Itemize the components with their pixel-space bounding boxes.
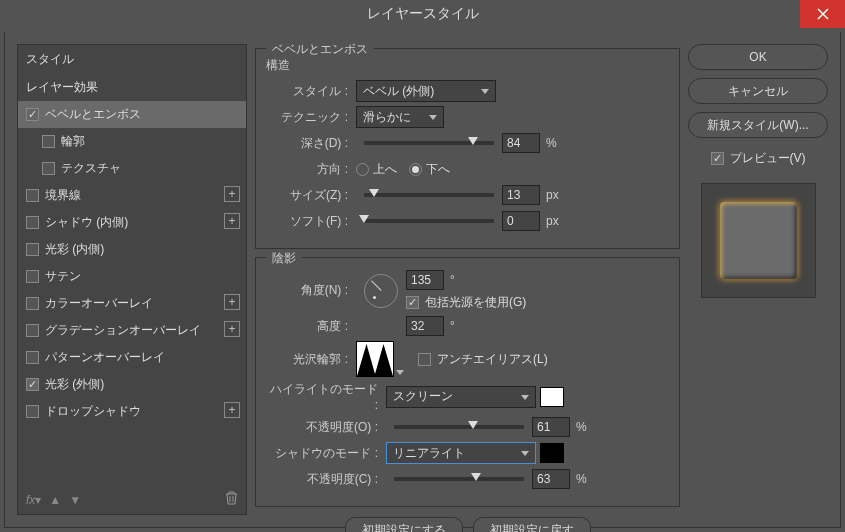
sidebar-item-12[interactable]: ドロップシャドウ+ [18, 398, 246, 425]
fx-menu[interactable]: fx▾ [26, 493, 41, 507]
sidebar-item-label: パターンオーバーレイ [45, 349, 165, 366]
sidebar-item-label: 境界線 [45, 187, 81, 204]
direction-down-radio[interactable] [409, 163, 422, 176]
sidebar-item-checkbox[interactable] [26, 270, 39, 283]
titlebar: レイヤースタイル [0, 0, 845, 28]
close-button[interactable] [800, 0, 845, 28]
direction-up-radio[interactable] [356, 163, 369, 176]
highlight-opacity-slider[interactable] [394, 425, 524, 429]
size-slider[interactable] [364, 193, 494, 197]
highlight-color-swatch[interactable] [540, 387, 564, 407]
trash-icon[interactable] [225, 491, 238, 508]
soften-slider[interactable] [364, 219, 494, 223]
unit-percent: % [546, 136, 557, 150]
add-effect-icon[interactable]: + [224, 186, 240, 202]
gloss-contour-picker[interactable] [356, 341, 394, 377]
antialias-label: アンチエイリアス(L) [437, 351, 548, 368]
unit-percent: % [576, 472, 587, 486]
gloss-contour-label: 光沢輪郭 : [266, 351, 356, 368]
sidebar-footer: fx▾ ▲ ▼ [18, 485, 246, 514]
sidebar-item-checkbox[interactable] [26, 405, 39, 418]
ok-button[interactable]: OK [688, 44, 828, 70]
close-icon [817, 8, 829, 20]
make-default-button[interactable]: 初期設定にする [345, 517, 463, 532]
sidebar-item-10[interactable]: パターンオーバーレイ [18, 344, 246, 371]
sidebar-item-8[interactable]: カラーオーバーレイ+ [18, 290, 246, 317]
direction-label: 方向 : [266, 161, 356, 178]
technique-select[interactable]: 滑らかに [356, 106, 444, 128]
sidebar-item-checkbox[interactable] [26, 297, 39, 310]
shadow-color-swatch[interactable] [540, 443, 564, 463]
sidebar-item-checkbox[interactable] [26, 378, 39, 391]
sidebar-item-checkbox[interactable] [26, 108, 39, 121]
move-up-icon[interactable]: ▲ [49, 493, 61, 507]
preview-checkbox[interactable] [711, 152, 724, 165]
sidebar-item-checkbox[interactable] [26, 324, 39, 337]
unit-px: px [546, 214, 559, 228]
styles-sidebar: スタイル レイヤー効果ベベルとエンボス輪郭テクスチャ境界線+シャドウ (内側)+… [17, 44, 247, 515]
add-effect-icon[interactable]: + [224, 213, 240, 229]
add-effect-icon[interactable]: + [224, 321, 240, 337]
unit-deg: ° [450, 273, 455, 287]
antialias-checkbox[interactable] [418, 353, 431, 366]
add-effect-icon[interactable]: + [224, 294, 240, 310]
cancel-button[interactable]: キャンセル [688, 78, 828, 104]
sidebar-item-6[interactable]: 光彩 (内側) [18, 236, 246, 263]
depth-input[interactable]: 84 [502, 133, 540, 153]
technique-label: テクニック : [266, 109, 356, 126]
angle-wheel[interactable] [364, 274, 398, 308]
sidebar-item-7[interactable]: サテン [18, 263, 246, 290]
sidebar-item-label: 光彩 (外側) [45, 376, 104, 393]
style-select[interactable]: ベベル (外側) [356, 80, 496, 102]
sidebar-item-checkbox[interactable] [42, 162, 55, 175]
global-light-checkbox[interactable] [406, 296, 419, 309]
shadow-opacity-label: 不透明度(C) : [266, 471, 386, 488]
direction-down-label: 下へ [426, 161, 450, 178]
angle-label: 角度(N) : [266, 282, 356, 299]
sidebar-item-checkbox[interactable] [26, 216, 39, 229]
add-effect-icon[interactable]: + [224, 402, 240, 418]
sidebar-item-checkbox[interactable] [26, 351, 39, 364]
sidebar-item-checkbox[interactable] [26, 189, 39, 202]
sidebar-item-label: グラデーションオーバーレイ [45, 322, 201, 339]
direction-up-label: 上へ [373, 161, 397, 178]
altitude-input[interactable]: 32 [406, 316, 444, 336]
reset-default-button[interactable]: 初期設定に戻す [473, 517, 591, 532]
global-light-label: 包括光源を使用(G) [425, 294, 526, 311]
angle-input[interactable]: 135 [406, 270, 444, 290]
sidebar-item-11[interactable]: 光彩 (外側) [18, 371, 246, 398]
sidebar-item-label: カラーオーバーレイ [45, 295, 153, 312]
sidebar-item-label: 輪郭 [61, 133, 85, 150]
new-style-button[interactable]: 新規スタイル(W)... [688, 112, 828, 138]
move-down-icon[interactable]: ▼ [69, 493, 81, 507]
shadow-mode-label: シャドウのモード : [266, 445, 386, 462]
sidebar-item-3[interactable]: テクスチャ [18, 155, 246, 182]
gloss-contour-dropdown-icon[interactable] [396, 370, 404, 375]
soften-input[interactable]: 0 [502, 211, 540, 231]
sidebar-item-checkbox[interactable] [42, 135, 55, 148]
size-input[interactable]: 13 [502, 185, 540, 205]
sidebar-item-label: テクスチャ [61, 160, 121, 177]
sidebar-item-5[interactable]: シャドウ (内側)+ [18, 209, 246, 236]
shadow-mode-select[interactable]: リニアライト [386, 442, 536, 464]
group-title-shading: 陰影 [266, 250, 302, 267]
highlight-opacity-input[interactable]: 61 [532, 417, 570, 437]
sidebar-item-0[interactable]: レイヤー効果 [18, 74, 246, 101]
sidebar-item-label: サテン [45, 268, 81, 285]
shadow-opacity-slider[interactable] [394, 477, 524, 481]
sidebar-item-2[interactable]: 輪郭 [18, 128, 246, 155]
highlight-opacity-label: 不透明度(O) : [266, 419, 386, 436]
altitude-label: 高度 : [266, 318, 356, 335]
sidebar-header: スタイル [18, 45, 246, 74]
group-subtitle-structure: 構造 [266, 57, 669, 74]
sidebar-item-4[interactable]: 境界線+ [18, 182, 246, 209]
sidebar-item-9[interactable]: グラデーションオーバーレイ+ [18, 317, 246, 344]
sidebar-item-checkbox[interactable] [26, 243, 39, 256]
shadow-opacity-input[interactable]: 63 [532, 469, 570, 489]
sidebar-item-1[interactable]: ベベルとエンボス [18, 101, 246, 128]
depth-slider[interactable] [364, 141, 494, 145]
sidebar-item-label: シャドウ (内側) [45, 214, 128, 231]
layer-style-dialog: レイヤースタイル スタイル レイヤー効果ベベルとエンボス輪郭テクスチャ境界線+シ… [0, 0, 845, 532]
sidebar-item-label: ドロップシャドウ [45, 403, 141, 420]
highlight-mode-select[interactable]: スクリーン [386, 386, 536, 408]
